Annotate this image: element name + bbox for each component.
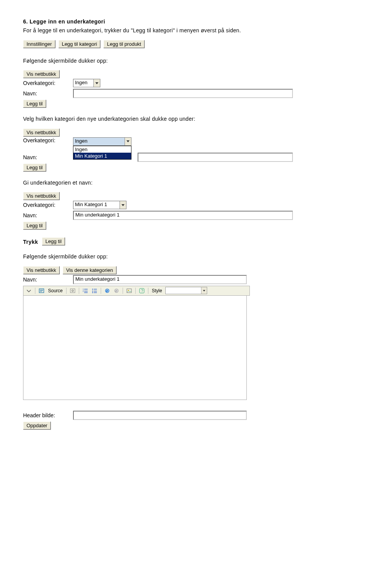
- svg-point-7: [92, 292, 93, 293]
- press-label: Trykk: [23, 239, 38, 245]
- add-button[interactable]: Legg til: [23, 163, 46, 172]
- source-icon[interactable]: [38, 287, 45, 295]
- svg-point-5: [92, 289, 93, 290]
- chevron-down-icon: [125, 138, 131, 145]
- name-input[interactable]: [73, 89, 293, 98]
- svg-point-8: [105, 288, 110, 293]
- style-label: Style: [151, 288, 163, 293]
- name-label: Navn:: [23, 154, 73, 160]
- svg-text:?: ?: [141, 289, 143, 293]
- pick-category-text: Velg hvilken kategori den nye underkateg…: [23, 115, 346, 123]
- name-input[interactable]: Min underkategori 1: [73, 275, 247, 284]
- parent-category-dropdown: Ingen Min Kategori 1: [73, 146, 131, 160]
- unordered-list-icon[interactable]: [91, 287, 98, 295]
- preview-icon[interactable]: [69, 287, 76, 295]
- header-image-label: Header bilde:: [23, 412, 73, 418]
- dropdown-option-selected[interactable]: Min Kategori 1: [73, 153, 131, 159]
- chevron-down-icon: [93, 79, 100, 87]
- name-input[interactable]: [138, 153, 293, 162]
- name-input[interactable]: Min underkategori 1: [73, 211, 293, 220]
- ordered-list-icon[interactable]: 12: [81, 287, 89, 295]
- form-block-2: Vis nettbutikk Overkategori: Ingen Ingen…: [23, 128, 346, 172]
- expand-icon[interactable]: [25, 287, 33, 295]
- editor-textarea[interactable]: [23, 296, 247, 400]
- image-icon[interactable]: [125, 287, 133, 295]
- svg-point-6: [92, 291, 93, 292]
- show-store-button[interactable]: Vis nettbutikk: [23, 192, 60, 200]
- add-button[interactable]: Legg til: [42, 237, 65, 245]
- show-this-category-button[interactable]: Vis denne kategorien: [63, 266, 116, 274]
- following-text-2: Følgende skjermbilde dukker opp:: [23, 253, 346, 261]
- parent-category-select[interactable]: Min Kategori 1: [73, 201, 126, 209]
- chevron-down-icon: [201, 287, 207, 294]
- show-store-button[interactable]: Vis nettbutikk: [23, 70, 60, 78]
- settings-button[interactable]: Innstillinger: [23, 40, 55, 48]
- name-label: Navn:: [23, 277, 73, 283]
- link-icon[interactable]: [103, 287, 111, 295]
- svg-point-9: [115, 288, 119, 293]
- add-button[interactable]: Legg til: [23, 222, 46, 230]
- chevron-down-icon: [120, 201, 126, 209]
- style-select[interactable]: [165, 287, 207, 294]
- svg-text:2: 2: [83, 290, 84, 292]
- show-store-button[interactable]: Vis nettbutikk: [23, 128, 60, 137]
- top-menu-row: Innstillinger Legg til kategori Legg til…: [23, 40, 346, 49]
- form-block-3: Vis nettbutikk Overkategori: Min Kategor…: [23, 192, 346, 230]
- parent-category-label: Overkategori:: [23, 202, 73, 208]
- parent-category-label: Overkategori:: [23, 80, 73, 86]
- parent-category-value: Ingen: [73, 138, 125, 145]
- svg-rect-1: [70, 289, 75, 293]
- help-icon[interactable]: ?: [138, 287, 146, 295]
- result-block: Vis nettbutikk Vis denne kategorien Navn…: [23, 266, 346, 430]
- section-heading: 6. Legge inn en underkategori: [23, 18, 346, 25]
- style-value: [166, 287, 201, 294]
- update-button[interactable]: Oppdater: [23, 421, 51, 430]
- svg-point-2: [72, 290, 73, 292]
- form-block-1: Vis nettbutikk Overkategori: Ingen Navn:…: [23, 70, 346, 108]
- dropdown-option[interactable]: Ingen: [73, 146, 131, 153]
- add-button[interactable]: Legg til: [23, 100, 46, 108]
- parent-category-select[interactable]: Ingen: [73, 137, 131, 146]
- add-category-button[interactable]: Legg til kategori: [58, 40, 101, 48]
- following-text-1: Følgende skjermbilde dukker opp:: [23, 57, 346, 65]
- parent-category-value: Min Kategori 1: [73, 201, 120, 209]
- parent-category-select[interactable]: Ingen: [73, 79, 100, 87]
- editor-toolbar: Source 12 ? Style: [23, 286, 250, 296]
- name-label: Navn:: [23, 90, 73, 97]
- parent-category-label: Overkategori:: [23, 137, 73, 143]
- show-store-button[interactable]: Vis nettbutikk: [23, 266, 60, 274]
- add-product-button[interactable]: Legg til produkt: [103, 40, 145, 48]
- header-image-input[interactable]: [73, 411, 247, 420]
- parent-category-value: Ingen: [73, 79, 93, 87]
- give-name-text: Gi underkategorien et navn:: [23, 179, 346, 187]
- name-label: Navn:: [23, 212, 73, 218]
- intro-text: For å legge til en underkategori, trykke…: [23, 27, 346, 35]
- press-row: Trykk Legg til: [23, 237, 346, 246]
- source-label[interactable]: Source: [47, 288, 64, 293]
- unlink-icon[interactable]: [113, 287, 120, 295]
